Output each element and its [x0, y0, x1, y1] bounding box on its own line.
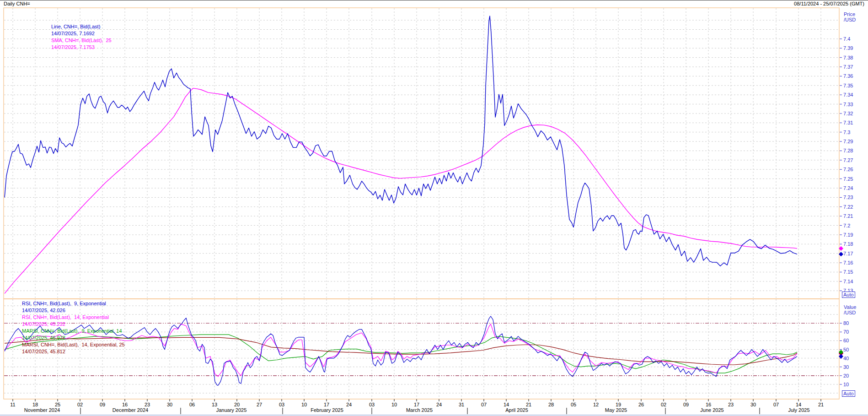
- x-day-tick-label: 23: [145, 402, 150, 407]
- x-day-tick-label: 07: [481, 402, 487, 407]
- axis-labels-layer: 7.47.397.387.377.367.357.347.337.327.317…: [0, 0, 868, 416]
- x-day-tick-label: 12: [593, 402, 599, 407]
- x-day-tick-label: 05: [571, 402, 576, 407]
- price-tick-label: 7.31: [843, 120, 853, 125]
- x-day-tick-label: 09: [100, 402, 105, 407]
- price-auto-button[interactable]: Auto: [842, 292, 855, 298]
- x-day-tick-label: 30: [167, 402, 172, 407]
- price-tick-label: 7.3: [843, 130, 850, 135]
- x-month-label: May 2025: [605, 407, 627, 413]
- rsi-tick-label: 70: [843, 329, 849, 335]
- price-tick-label: 7.16: [843, 260, 853, 265]
- x-month-label: January 2025: [216, 407, 247, 413]
- chart-window: Daily CNH= 08/11/2024 - 25/07/2025 (GMT)…: [0, 0, 868, 416]
- price-tick-label: 7.35: [843, 83, 853, 88]
- price-legend-row: SMA, CNH=, Bid(Last), 25: [51, 37, 112, 44]
- price-tick-label: 7.25: [843, 176, 853, 182]
- price-tick-label: 7.17: [843, 251, 853, 256]
- rsi-legend-row: RSI, CNH=, Bid(Last), 9, Exponential: [22, 300, 125, 307]
- rsi-tick-label: 40: [843, 356, 849, 361]
- x-month-label: April 2025: [505, 407, 528, 413]
- rsi-legend-row: MARSI, CNH=, Bid(Last), 14, Exponential,…: [22, 341, 125, 348]
- x-day-tick-label: 17: [414, 402, 419, 407]
- rsi-legend-row: 14/07/2025, 46.978: [22, 335, 125, 341]
- rsi-legend-row: 14/07/2025, 42.026: [22, 307, 125, 314]
- price-tick-label: 7.28: [843, 148, 853, 153]
- x-day-tick-label: 21: [818, 402, 824, 407]
- x-day-tick-label: 10: [391, 402, 397, 407]
- rsi-legend-row: 14/07/2025, 45.812: [22, 348, 125, 355]
- price-legend: Line, CNH=, Bid(Last)14/07/2025, 7.1692S…: [51, 23, 112, 51]
- rsi-tick-label: 60: [843, 338, 849, 343]
- x-day-tick-label: 17: [324, 402, 329, 407]
- x-day-tick-label: 18: [32, 402, 38, 407]
- x-day-tick-label: 16: [122, 402, 128, 407]
- x-day-tick-label: 23: [728, 402, 734, 407]
- rsi-legend: RSI, CNH=, Bid(Last), 9, Exponential14/0…: [22, 300, 125, 355]
- price-tick-label: 7.2: [843, 223, 850, 228]
- x-day-tick-label: 19: [616, 402, 621, 407]
- price-tick-label: 7.21: [843, 213, 853, 219]
- rsi-auto-button[interactable]: Auto: [842, 390, 855, 397]
- price-legend-row: Line, CNH=, Bid(Last): [51, 23, 112, 30]
- x-month-label: November 2024: [24, 407, 60, 413]
- rsi-tick-label: 80: [843, 320, 849, 326]
- x-day-tick-label: 26: [638, 402, 644, 407]
- x-day-tick-label: 09: [683, 402, 689, 407]
- x-day-tick-label: 03: [279, 402, 284, 407]
- x-day-tick-label: 13: [212, 402, 217, 407]
- rsi-tick-label: 20: [843, 373, 849, 378]
- price-tick-label: 7.15: [843, 269, 853, 275]
- rsi-axis-title: Value /USD: [844, 304, 856, 315]
- x-month-label: July 2025: [788, 407, 809, 413]
- price-tick-label: 7.19: [843, 232, 853, 238]
- x-day-tick-label: 24: [436, 402, 442, 407]
- x-day-tick-label: 16: [706, 402, 711, 407]
- price-axis-title: Price /USD: [844, 11, 856, 22]
- price-tick-label: 7.32: [843, 111, 853, 116]
- price-legend-row: 14/07/2025, 7.1753: [51, 44, 112, 51]
- x-month-label: June 2025: [700, 407, 723, 413]
- price-tick-label: 7.27: [843, 157, 853, 163]
- price-tick-label: 7.24: [843, 185, 853, 191]
- x-day-tick-label: 25: [55, 402, 60, 407]
- rsi-legend-row: RSI, CNH=, Bid(Last), 14, Exponential: [22, 314, 125, 321]
- price-tick-label: 7.22: [843, 204, 853, 210]
- x-day-tick-label: 14: [504, 402, 509, 407]
- price-tick-label: 7.38: [843, 55, 853, 60]
- rsi-tick-label: 50: [843, 347, 849, 352]
- x-day-tick-label: 03: [369, 402, 375, 407]
- x-month-label: February 2025: [311, 407, 343, 413]
- x-day-tick-label: 31: [459, 402, 464, 407]
- x-day-tick-label: 24: [346, 402, 352, 407]
- x-day-tick-label: 02: [661, 402, 666, 407]
- price-tick-label: 7.34: [843, 92, 853, 97]
- x-day-tick-label: 27: [257, 402, 262, 407]
- price-tick-label: 7.29: [843, 139, 853, 144]
- price-legend-row: 14/07/2025, 7.1692: [51, 30, 112, 37]
- x-day-tick-label: 06: [189, 402, 195, 407]
- rsi-legend-row: 14/07/2025, 45.232: [22, 321, 125, 328]
- price-tick-label: 7.33: [843, 102, 853, 107]
- price-tick-label: 7.14: [843, 279, 853, 284]
- price-tick-label: 7.23: [843, 194, 853, 200]
- price-tick-label: 7.37: [843, 64, 853, 70]
- x-day-tick-label: 02: [77, 402, 83, 407]
- rsi-legend-row: MARSI, CNH=, Bid(Last), 9, Exponential, …: [22, 328, 125, 335]
- price-tick-label: 7.18: [843, 241, 853, 247]
- x-month-label: March 2025: [406, 407, 433, 413]
- x-day-tick-label: 30: [750, 402, 756, 407]
- x-month-label: December 2024: [113, 407, 148, 413]
- x-day-tick-label: 21: [526, 402, 531, 407]
- x-day-tick-label: 10: [301, 402, 307, 407]
- price-tick-label: 7.26: [843, 167, 853, 172]
- price-tick-label: 7.36: [843, 73, 853, 79]
- price-tick-label: 7.4: [843, 36, 850, 42]
- rsi-tick-label: 30: [843, 364, 849, 370]
- x-day-tick-label: 28: [548, 402, 554, 407]
- price-tick-label: 7.39: [843, 45, 853, 51]
- rsi-tick-label: 10: [843, 382, 849, 387]
- x-day-tick-label: 07: [773, 402, 779, 407]
- x-day-tick-label: 11: [10, 402, 15, 407]
- x-day-tick-label: 20: [234, 402, 240, 407]
